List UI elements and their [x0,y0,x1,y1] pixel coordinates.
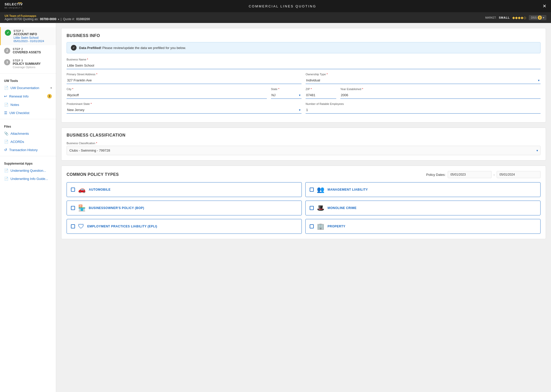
ownership-select[interactable]: Individual [306,77,541,84]
management-liability-label: MANAGEMENT LIABILITY [328,188,368,191]
step-3-subtitle: Coverage Options [13,66,52,69]
business-classification-card: BUSINESS CLASSIFICATION Business Classif… [61,128,546,161]
agent-team-label: UX Team of Fusionapps [5,14,90,17]
transaction-history-icon: ↺ [4,148,7,152]
state-select-wrap: NJ ▾ [271,92,302,99]
step-1-link[interactable]: Little Swim School [14,36,52,40]
property-icon: 🏢 [317,223,324,230]
bop-label: BUSINESSOWNER'S POLICY (BOP) [89,206,144,210]
policy-date-start[interactable] [448,171,492,178]
banner-check-icon: ✓ [71,45,77,51]
monoline-crime-label: MONOLINE CRIME [328,206,357,210]
sidebar-item-uw-question[interactable]: 📄 Underwriting Question... [0,166,56,175]
agent-code: 00700-0000 [40,17,56,21]
policy-monoline-crime[interactable]: 🎩 MONOLINE CRIME [305,201,541,215]
business-name-input[interactable] [67,62,541,69]
policy-types-header: COMMON POLICY TYPES Policy Dates: - [67,171,541,178]
agent-dropdown-arrow[interactable]: ▾ [58,18,59,21]
step-2-content: STEP 2 COVERED ASSETS [13,48,52,54]
street-input[interactable] [67,77,302,84]
sidebar-item-uw-checklist[interactable]: ☰ UW Checklist [0,109,56,117]
uw-question-icon: 📄 [4,168,8,173]
zip-input[interactable] [306,92,336,99]
step-1-title: ACCOUNT INFO [14,32,52,36]
policy-bop[interactable]: 🏪 BUSINESSOWNER'S POLICY (BOP) [67,201,302,215]
predominant-select-wrap: New Jersey ▾ [67,106,302,114]
sidebar-divider-2 [0,119,56,119]
sidebar-item-uw-documentation[interactable]: 📄 UW Documentation ▾ [0,84,56,92]
epli-icon: 🛡 [78,223,84,230]
sidebar-item-uw-info-guide[interactable]: 📄 Underwriting Info Guide... [0,175,56,183]
classification-label: Business Classification * [67,142,541,145]
acords-icon: 📄 [4,140,8,144]
attachments-icon: 📎 [4,131,8,136]
acords-label: ACORDs [10,140,24,144]
policy-property[interactable]: 🏢 PROPERTY [305,219,541,234]
sidebar-item-renewal-info[interactable]: ↩ Renewal Info 3 [0,92,56,101]
sidebar-item-transaction-history[interactable]: ↺ Transaction History [0,146,56,154]
step-1-check: ✓ [7,31,9,34]
attachments-label: Attachments [10,132,29,136]
step-3[interactable]: 3 STEP 3 POLICY SUMMARY Coverage Options [0,57,56,71]
common-policy-types-card: COMMON POLICY TYPES Policy Dates: - 🚗 AU… [61,166,546,239]
policy-epli[interactable]: 🛡 EMPLOYMENT PRACTICES LIABILITY (EPLI) [67,219,302,234]
step-3-content: STEP 3 POLICY SUMMARY Coverage Options [13,59,52,69]
agent-info-text: Agent 00700 Quoting as: [5,17,39,21]
close-button[interactable]: ✕ [543,3,546,9]
renewal-info-icon: ↩ [4,94,7,98]
city-input[interactable] [67,92,267,99]
logo-area: SELECTIVE BE UNIQUELY INSURED™ [5,2,22,11]
state-select[interactable]: NJ [271,92,302,99]
svg-point-3 [19,2,20,3]
step-2-num: 2 [6,49,8,53]
sidebar-item-notes[interactable]: 📄 Notes [0,101,56,109]
uw-documentation-expand[interactable]: ▾ [51,87,52,89]
city-group: City * [67,88,267,99]
classification-select-wrap: Clubs - Swimming - 799728 ▾ [67,146,541,155]
step-2[interactable]: 2 STEP 2 COVERED ASSETS [0,45,56,57]
policy-date-end[interactable] [497,171,541,178]
street-label: Primary Street Address * [67,73,302,76]
logo: SELECTIVE BE UNIQUELY INSURED™ [5,2,22,11]
automobile-icon: 🚗 [78,186,86,193]
uw-question-label: Underwriting Question... [10,169,46,173]
monoline-crime-icon: 🎩 [317,204,324,212]
employees-input[interactable] [306,106,541,114]
city-state-zip-year-row: City * State * NJ ▾ [67,88,541,99]
top-header: SELECTIVE BE UNIQUELY INSURED™ COMMERCIA… [0,0,551,12]
epli-label: EMPLOYMENT PRACTICES LIABILITY (EPLI) [87,225,157,228]
sidebar-divider-1 [0,73,56,74]
automobile-checkbox[interactable] [71,188,75,192]
policy-automobile[interactable]: 🚗 AUTOMOBILE [67,182,302,197]
property-checkbox[interactable] [310,224,314,228]
svg-point-2 [18,2,19,3]
uw-documentation-icon: 📄 [4,86,8,90]
street-group: Primary Street Address * [67,73,302,84]
management-liability-checkbox[interactable] [310,188,314,192]
year-input[interactable] [340,92,541,99]
quote-number: 01080200 [76,17,90,21]
monoline-crime-checkbox[interactable] [310,206,314,210]
sub-header: UX Team of Fusionapps Agent 00700 Quotin… [0,12,551,23]
main-layout: ✓ STEP 1 ACCOUNT INFO Little Swim School… [0,23,551,392]
app-title: COMMERCIAL LINES QUOTING [249,4,316,8]
policy-types-title: COMMON POLICY TYPES [67,172,119,177]
ownership-label: Ownership Type * [306,73,541,76]
dss-arrow[interactable]: ▾ [543,16,544,19]
sidebar-item-attachments[interactable]: 📎 Attachments [0,129,56,138]
classification-select[interactable]: Clubs - Swimming - 799728 [67,146,541,155]
epli-checkbox[interactable] [71,224,75,228]
dss-badge: DSS 0 ▾ [529,15,546,20]
step-1-circle: ✓ [5,30,11,36]
agent-details: Agent 00700 Quoting as: 00700-0000 ▾ | Q… [5,17,90,21]
sidebar-item-acords[interactable]: 📄 ACORDs [0,138,56,146]
agent-info-area: UX Team of Fusionapps Agent 00700 Quotin… [5,14,90,21]
bop-checkbox[interactable] [71,206,75,210]
management-liability-icon: 👥 [317,186,324,193]
predominant-select[interactable]: New Jersey [67,106,302,114]
market-value: SMALL [499,16,510,19]
policy-management-liability[interactable]: 👥 MANAGEMENT LIABILITY [305,182,541,197]
predominant-group: Predominant State * New Jersey ▾ [67,102,302,114]
policy-dates-area: Policy Dates: - [426,171,541,178]
sidebar: ✓ STEP 1 ACCOUNT INFO Little Swim School… [0,23,56,392]
